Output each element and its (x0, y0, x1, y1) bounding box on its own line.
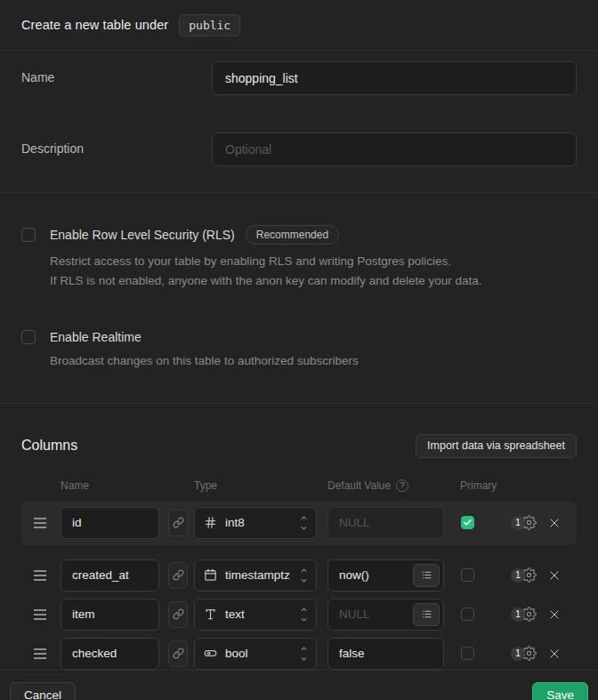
primary-checkbox-cell (460, 647, 474, 660)
header-name: Name (61, 479, 194, 492)
link-icon (173, 569, 184, 581)
primary-checkbox[interactable] (461, 568, 474, 582)
remove-column-button[interactable] (548, 569, 561, 582)
drag-handle-icon[interactable] (34, 570, 46, 581)
check-icon (463, 518, 473, 527)
column-type-value: int8 (225, 516, 245, 529)
default-value-wrap (327, 559, 444, 591)
remove-column-button[interactable] (548, 517, 561, 529)
column-type-select[interactable]: int8 (194, 507, 317, 539)
create-table-dialog: Create a new table under public Name Des… (0, 0, 598, 700)
column-name-input[interactable] (61, 638, 159, 670)
header-primary: Primary (460, 479, 497, 492)
dialog-title: Create a new table under (21, 18, 168, 32)
column-row: text1 (21, 599, 577, 631)
primary-checkbox[interactable] (461, 607, 474, 621)
realtime-toggle-block: Enable Realtime Broadcast changes on thi… (21, 330, 577, 371)
column-type-value: text (225, 607, 245, 621)
description-field-row: Description (21, 133, 577, 166)
rls-checkbox[interactable] (21, 228, 36, 242)
settings-count-badge: 1 (511, 647, 525, 661)
default-value-wrap (327, 507, 444, 539)
columns-grid-headers: Name Type Default Value ? Primary (21, 479, 577, 492)
select-chevrons-icon (299, 513, 309, 533)
calendar-icon (204, 568, 217, 582)
column-row: bool1 (21, 638, 577, 670)
save-button[interactable]: Save (532, 682, 588, 700)
header-type: Type (194, 479, 327, 492)
columns-title: Columns (21, 438, 77, 454)
link-icon (173, 517, 184, 528)
table-description-input[interactable] (212, 133, 577, 166)
column-row: timestamptz1 (21, 559, 577, 591)
foreign-key-button[interactable] (168, 562, 188, 589)
text-icon (204, 607, 217, 621)
column-row: int81 (21, 507, 577, 539)
default-value-input[interactable] (327, 638, 444, 670)
recommended-badge: Recommended (246, 225, 339, 245)
realtime-label: Enable Realtime (50, 330, 141, 344)
primary-checkbox[interactable] (461, 647, 474, 660)
primary-checkbox-cell (460, 607, 474, 621)
select-chevrons-icon (299, 605, 309, 624)
primary-checkbox-cell (460, 568, 474, 582)
link-icon (173, 648, 184, 659)
foreign-key-button[interactable] (168, 640, 188, 667)
default-value-menu-button[interactable] (413, 564, 440, 587)
column-type-select[interactable]: bool (194, 638, 317, 670)
drag-handle-icon[interactable] (34, 609, 46, 620)
settings-count-badge: 1 (511, 516, 525, 530)
toggle-icon (204, 647, 217, 660)
select-chevrons-icon (299, 566, 309, 585)
import-spreadsheet-button[interactable]: Import data via spreadsheet (416, 434, 577, 458)
dialog-footer: Cancel Save (0, 670, 598, 700)
list-icon (421, 569, 432, 581)
column-settings-button[interactable]: 1 (511, 515, 537, 530)
dialog-header: Create a new table under public (0, 0, 598, 51)
settings-count-badge: 1 (511, 607, 525, 622)
settings-count-badge: 1 (511, 568, 525, 583)
table-name-input[interactable] (212, 61, 577, 95)
column-rows: timestamptz1text1bool1 (21, 559, 577, 670)
name-field-row: Name (21, 61, 577, 95)
drag-handle-icon[interactable] (34, 648, 46, 659)
remove-column-button[interactable] (548, 608, 561, 621)
foreign-key-button[interactable] (168, 601, 188, 628)
schema-badge: public (179, 14, 240, 36)
rls-label: Enable Row Level Security (RLS) (50, 228, 235, 242)
realtime-description: Broadcast changes on this table to autho… (50, 351, 577, 371)
close-icon (548, 608, 561, 621)
default-value-wrap (327, 599, 444, 631)
primary-row-panel: int81 (21, 501, 577, 545)
default-value-menu-button[interactable] (413, 603, 440, 626)
help-icon[interactable]: ? (396, 479, 408, 492)
link-icon (173, 608, 184, 620)
realtime-checkbox[interactable] (21, 330, 36, 344)
columns-section: Columns Import data via spreadsheet Name… (0, 404, 598, 670)
drag-handle-icon[interactable] (34, 518, 46, 528)
column-settings-button[interactable]: 1 (511, 607, 537, 622)
primary-checkbox[interactable] (461, 516, 474, 529)
column-settings-button[interactable]: 1 (511, 646, 537, 661)
cancel-button[interactable]: Cancel (10, 682, 76, 700)
column-name-input[interactable] (61, 559, 159, 591)
column-name-input[interactable] (61, 507, 159, 539)
description-label: Description (21, 133, 212, 156)
foreign-key-button[interactable] (168, 510, 188, 536)
select-chevrons-icon (299, 644, 309, 664)
close-icon (548, 517, 561, 529)
column-type-value: timestamptz (225, 568, 290, 582)
primary-checkbox-cell (460, 516, 474, 529)
hash-icon (204, 516, 217, 529)
column-type-select[interactable]: timestamptz (194, 559, 317, 591)
list-icon (421, 608, 432, 620)
options-section: Enable Row Level Security (RLS) Recommen… (0, 193, 598, 404)
column-name-input[interactable] (61, 599, 159, 631)
close-icon (548, 569, 561, 582)
column-settings-button[interactable]: 1 (511, 567, 537, 583)
column-type-value: bool (225, 647, 248, 660)
default-value-input (327, 507, 444, 539)
remove-column-button[interactable] (548, 648, 561, 660)
column-type-select[interactable]: text (194, 599, 317, 631)
default-value-wrap (327, 638, 444, 670)
